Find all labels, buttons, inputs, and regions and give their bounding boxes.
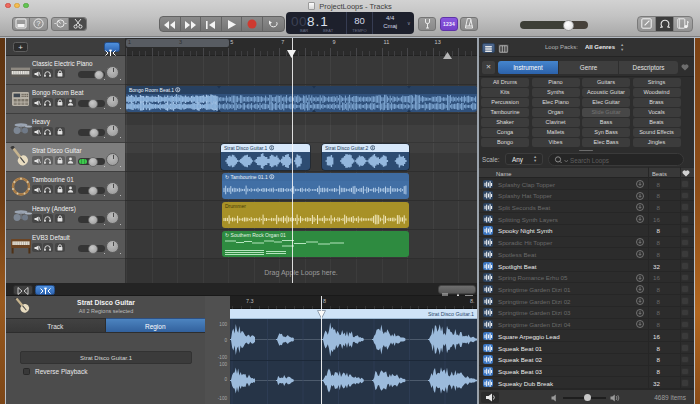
- loop-row-squeak-beat-02[interactable]: Squeak Beat 028: [479, 354, 694, 366]
- download-icon[interactable]: [636, 238, 644, 246]
- note-pad-button[interactable]: [638, 17, 656, 31]
- column-header-name[interactable]: Name: [496, 171, 511, 177]
- lock-track-button[interactable]: [55, 185, 65, 194]
- region-strat-disco-guitar-1[interactable]: Strat Disco Guitar.1: [221, 144, 310, 170]
- track-volume-knob[interactable]: [88, 99, 98, 109]
- loop-row-spring-romance-erhu-05[interactable]: Spring Romance Erhu 0516: [479, 272, 694, 284]
- mute-track-button[interactable]: [32, 243, 42, 252]
- scale-stepper-icon[interactable]: ▴▾: [534, 155, 536, 164]
- mute-track-button[interactable]: [32, 69, 42, 78]
- favorite-checkbox[interactable]: [681, 215, 689, 223]
- browser-divider-handle[interactable]: [579, 150, 593, 152]
- download-icon[interactable]: [636, 320, 644, 328]
- keyword-bass[interactable]: Bass: [582, 118, 630, 127]
- play-button[interactable]: [222, 17, 243, 31]
- download-icon[interactable]: [636, 297, 644, 305]
- keyword-elec-bass[interactable]: Elec Bass: [582, 138, 630, 147]
- solo-track-button[interactable]: [43, 243, 53, 252]
- metronome-button[interactable]: [460, 17, 478, 31]
- keyword-vibes[interactable]: Vibes: [532, 138, 580, 147]
- favorite-checkbox[interactable]: [681, 262, 689, 270]
- search-loops-input[interactable]: Search Loops: [548, 153, 684, 166]
- solo-track-button[interactable]: [43, 98, 53, 107]
- favorite-checkbox[interactable]: [681, 344, 689, 352]
- track-volume-knob[interactable]: [88, 215, 98, 225]
- loop-row-splashy-clap-topper[interactable]: Splashy Clap Topper8: [479, 178, 694, 190]
- loop-row-springtime-garden-dizi-01[interactable]: Springtime Garden Dizi 018: [479, 283, 694, 295]
- keyword-strings[interactable]: Strings: [633, 78, 681, 87]
- cycle-button[interactable]: [263, 17, 284, 31]
- flex-button[interactable]: [13, 285, 33, 295]
- loop-row-spooky-night-synth[interactable]: Spooky Night Synth8: [479, 225, 694, 237]
- keyword-reset-button[interactable]: ✕: [482, 61, 495, 74]
- library-button[interactable]: [13, 18, 30, 30]
- pan-knob[interactable]: [106, 182, 119, 195]
- track-header-heavy-anders-[interactable]: Heavy (Anders): [6, 201, 125, 230]
- keyword-vocals[interactable]: Vocals: [633, 108, 681, 117]
- pan-knob[interactable]: [106, 124, 119, 137]
- editors-button[interactable]: [69, 18, 86, 30]
- rewind-button[interactable]: [160, 17, 181, 31]
- editor-zoom-slider[interactable]: [438, 285, 476, 294]
- loop-packs-dropdown[interactable]: All Genres: [585, 44, 615, 50]
- timeline-ruler[interactable]: 135791113: [125, 38, 477, 56]
- keyword-mallets[interactable]: Mallets: [532, 128, 580, 137]
- track-volume-knob[interactable]: [94, 70, 104, 80]
- favorite-checkbox[interactable]: [681, 309, 689, 317]
- tab-genre[interactable]: Genre: [559, 61, 618, 74]
- tab-instrument[interactable]: Instrument: [498, 61, 558, 74]
- keyword-shaker[interactable]: Shaker: [481, 118, 529, 127]
- favorite-checkbox[interactable]: [681, 192, 689, 200]
- person-track-button[interactable]: [66, 98, 76, 107]
- keyword-synths[interactable]: Synths: [532, 88, 580, 97]
- person-track-button[interactable]: [66, 185, 76, 194]
- keyword-acoustic-guitar[interactable]: Acoustic Guitar: [582, 88, 630, 97]
- solo-track-button[interactable]: [43, 214, 53, 223]
- loop-row-squeak-beat-01[interactable]: Squeak Beat 018: [479, 342, 694, 354]
- column-header-beats[interactable]: Beats: [652, 171, 667, 177]
- playhead-handle[interactable]: [287, 44, 296, 62]
- download-icon[interactable]: [636, 180, 644, 188]
- track-header-evb3-default[interactable]: EVB3 Default: [6, 230, 125, 259]
- smart-controls-button[interactable]: [52, 18, 69, 30]
- go-to-beginning-button[interactable]: [201, 17, 222, 31]
- keyword-clavinet[interactable]: Clavinet: [532, 118, 580, 127]
- region-strat-disco-guitar-2[interactable]: Strat Disco Guitar.2: [322, 144, 409, 170]
- editor-playhead-line[interactable]: [321, 296, 322, 404]
- column-header-favorite-icon[interactable]: [682, 170, 690, 177]
- tab-descriptors[interactable]: Descriptors: [619, 61, 678, 74]
- playhead-line[interactable]: [292, 38, 293, 283]
- keyword-bongo[interactable]: Bongo: [481, 138, 529, 147]
- editor-tab-track[interactable]: Track: [6, 318, 106, 333]
- favorite-checkbox[interactable]: [681, 227, 689, 235]
- loop-row-splitting-synth-layers[interactable]: Splitting Synth Layers16: [479, 213, 694, 225]
- master-volume-slider[interactable]: [520, 21, 588, 29]
- catch-playhead-button[interactable]: [104, 42, 120, 52]
- favorite-checkbox[interactable]: [681, 250, 689, 258]
- keyword-guitars[interactable]: Guitars: [582, 78, 630, 87]
- track-header-bongo-room-beat[interactable]: Bongo Room Beat: [6, 85, 125, 114]
- add-track-button[interactable]: +: [13, 42, 28, 52]
- download-icon[interactable]: [636, 250, 644, 258]
- favorite-checkbox[interactable]: [681, 368, 689, 376]
- download-icon[interactable]: [636, 192, 644, 200]
- pan-knob[interactable]: [106, 153, 119, 166]
- favorites-heart-icon[interactable]: [681, 64, 689, 71]
- pan-knob[interactable]: [106, 95, 119, 108]
- lock-track-button[interactable]: [55, 98, 65, 107]
- forward-button[interactable]: [181, 17, 202, 31]
- region-southern-rock-organ-01[interactable]: ↻ Southern Rock Organ 01: [222, 231, 409, 257]
- mute-track-button[interactable]: [32, 127, 42, 136]
- mute-track-button[interactable]: [32, 98, 42, 107]
- editor-waveform-area[interactable]: 7.388. Strat Disco Guitar.1: [230, 296, 477, 404]
- loop-row-split-seconds-beat[interactable]: Split Seconds Beat8: [479, 201, 694, 213]
- lock-track-button[interactable]: [55, 127, 65, 136]
- region-drummer[interactable]: Drummer: [222, 202, 409, 228]
- preview-volume-knob[interactable]: [584, 394, 591, 401]
- favorite-checkbox[interactable]: [681, 180, 689, 188]
- favorite-checkbox[interactable]: [681, 274, 689, 282]
- keyword-conga[interactable]: Conga: [481, 128, 529, 137]
- loop-row-spotless-beat[interactable]: Spotless Beat8: [479, 248, 694, 260]
- track-header-tambourine-01[interactable]: Tambourine 01: [6, 172, 125, 201]
- track-header-strat-disco-guitar[interactable]: Strat Disco Guitar: [6, 143, 125, 172]
